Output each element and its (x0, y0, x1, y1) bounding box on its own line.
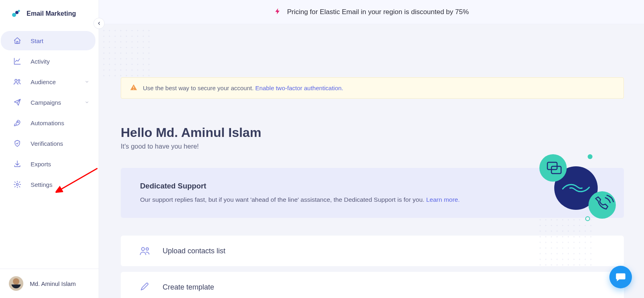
enable-2fa-link[interactable]: Enable two-factor authentication. (255, 85, 343, 91)
deco-dots-icon (103, 30, 151, 78)
action-create-template[interactable]: Create template (121, 272, 624, 298)
sidebar-header: Email Marketing (0, 0, 99, 27)
bolt-icon (274, 7, 281, 17)
pricing-banner-text: Pricing for Elastic Email in your region… (287, 8, 469, 16)
dedicated-support-card: Dedicated Support Our support replies fa… (121, 168, 624, 218)
collapse-sidebar-button[interactable] (93, 18, 105, 29)
action-label: Create template (163, 283, 214, 292)
svg-point-2 (18, 10, 20, 12)
sidebar-item-label: Settings (31, 181, 52, 188)
sidebar-item-label: Activity (31, 58, 50, 65)
dedicated-support-title: Dedicated Support (140, 182, 605, 190)
support-graphic-icon (538, 150, 618, 223)
sidebar-item-activity[interactable]: Activity (1, 52, 95, 71)
sidebar-item-verifications[interactable]: Verifications (1, 134, 95, 153)
sidebar-item-start[interactable]: Start (1, 31, 95, 50)
chevron-down-icon (84, 99, 90, 105)
home-icon (13, 36, 22, 45)
users-icon (13, 77, 22, 86)
greeting: Hello Md. Aminul Islam It's good to have… (121, 125, 624, 150)
sidebar-item-campaigns[interactable]: Campaigns (1, 93, 95, 112)
brand-name: Email Marketing (27, 10, 76, 17)
avatar (9, 276, 23, 291)
sidebar-item-label: Audience (31, 79, 56, 85)
send-icon (13, 98, 22, 107)
user-name: Md. Aminul Islam (30, 280, 76, 287)
greeting-sub: It's good to have you here! (121, 143, 624, 150)
svg-point-4 (15, 79, 17, 81)
svg-point-5 (18, 80, 20, 81)
svg-point-12 (539, 154, 567, 182)
sidebar-nav: StartActivityAudienceCampaignsAutomation… (0, 30, 99, 195)
chat-widget-button[interactable] (609, 266, 632, 288)
svg-point-6 (17, 122, 19, 123)
sidebar: Email Marketing StartActivityAudienceCam… (0, 0, 99, 298)
main-content: Use the best way to secure your account.… (99, 24, 644, 298)
sidebar-item-label: Automations (31, 120, 64, 126)
sidebar-item-label: Exports (31, 161, 51, 168)
warning-icon (130, 84, 137, 92)
shield-check-icon (13, 139, 22, 148)
sidebar-item-label: Verifications (31, 140, 63, 147)
svg-point-19 (146, 248, 149, 250)
rocket-icon (13, 118, 22, 127)
pricing-banner: Pricing for Elastic Email in your region… (99, 0, 644, 24)
svg-rect-3 (17, 41, 18, 43)
users-icon (139, 245, 151, 257)
two-factor-alert: Use the best way to secure your account.… (121, 77, 624, 99)
sidebar-footer[interactable]: Md. Aminul Islam (0, 269, 99, 298)
chevron-down-icon (84, 79, 90, 85)
chart-icon (13, 57, 22, 66)
svg-rect-9 (103, 30, 151, 78)
brush-icon (139, 281, 151, 293)
action-label: Upload contacts list (163, 247, 225, 255)
logo-icon (11, 9, 21, 19)
sidebar-item-audience[interactable]: Audience (1, 72, 95, 91)
svg-point-15 (586, 217, 590, 221)
greeting-heading: Hello Md. Aminul Islam (121, 125, 624, 140)
dedicated-support-learn-more[interactable]: Learn more. (426, 196, 460, 203)
sidebar-item-label: Campaigns (31, 99, 61, 106)
svg-point-0 (12, 13, 16, 17)
svg-point-7 (17, 184, 19, 186)
svg-point-18 (142, 248, 144, 250)
sidebar-item-label: Start (31, 37, 43, 44)
download-icon (13, 159, 22, 168)
sidebar-item-exports[interactable]: Exports (1, 154, 95, 174)
dedicated-support-body: Our support replies fast, but if you wan… (140, 196, 605, 203)
two-factor-alert-text: Use the best way to secure your account.… (143, 85, 343, 91)
sidebar-item-settings[interactable]: Settings (1, 175, 95, 194)
svg-point-14 (588, 154, 592, 159)
sidebar-item-automations[interactable]: Automations (1, 113, 95, 132)
gear-icon (13, 180, 22, 189)
